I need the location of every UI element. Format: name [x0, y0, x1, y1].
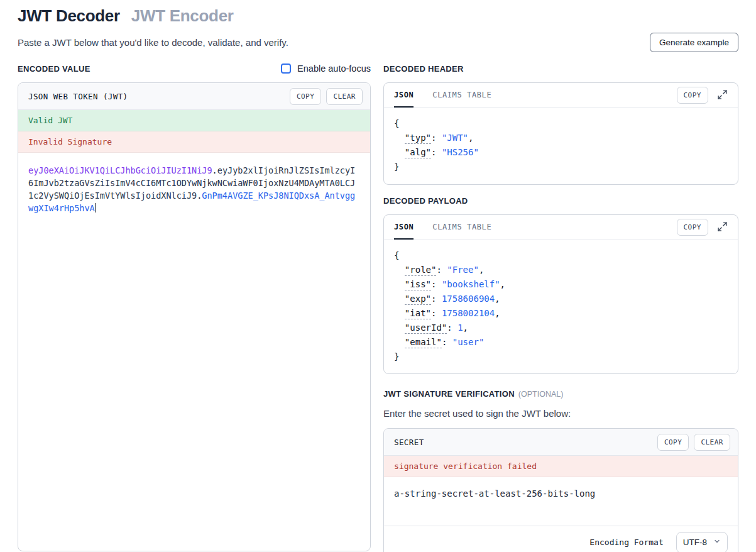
enable-autofocus-control[interactable]: Enable auto-focus [281, 63, 371, 74]
secret-input[interactable]: a-string-secret-at-least-256-bits-long [384, 477, 738, 526]
encoded-token-card: JSON WEB TOKEN (JWT) COPY CLEAR Valid JW… [18, 82, 371, 551]
decoded-payload-label-row: DECODED PAYLOAD [383, 194, 738, 207]
decoded-payload-json: { "role": "Free", "iss": "bookshelf", "e… [384, 240, 738, 372]
mode-tabs: JWT Decoder JWT Encoder [18, 6, 738, 26]
secret-footer: Encoding Format UTF-8 [384, 526, 738, 552]
decoded-payload-tab-json[interactable]: JSON [394, 215, 414, 240]
decoded-header-copy-button[interactable]: COPY [677, 87, 709, 104]
decoded-payload-tab-claims-table[interactable]: CLAIMS TABLE [432, 215, 491, 240]
decoded-header-json: { "typ": "JWT", "alg": "HS256"} [384, 108, 738, 182]
expand-icon [717, 221, 728, 234]
token-card-actions: COPY CLEAR [290, 88, 363, 105]
decoded-header-label-row: DECODED HEADER [383, 62, 738, 75]
secret-card-actions: COPY CLEAR [657, 434, 730, 451]
expand-icon [717, 89, 728, 102]
token-card-title: JSON WEB TOKEN (JWT) [28, 92, 128, 101]
signature-verification-instruction: Enter the secret used to sign the JWT be… [383, 408, 738, 419]
encoding-format-value: UTF-8 [683, 538, 707, 547]
secret-card-title: SECRET [394, 438, 424, 447]
secret-clear-button[interactable]: CLEAR [694, 434, 730, 451]
signature-verification-heading: JWT SIGNATURE VERIFICATION (OPTIONAL) [383, 389, 738, 399]
encoded-value-section: ENCODED VALUE Enable auto-focus JSON WEB… [18, 62, 371, 552]
autofocus-checkbox[interactable] [281, 63, 291, 74]
secret-card: SECRET COPY CLEAR signature verification… [383, 428, 738, 552]
valid-jwt-status-text: Valid JWT [28, 116, 72, 125]
decoded-section: DECODED HEADER JSON CLAIMS TABLE COPY [383, 62, 738, 552]
decoded-payload-tabs: JSON CLAIMS TABLE [384, 215, 491, 240]
signature-verification-status: signature verification failed [384, 456, 738, 477]
token-clear-button[interactable]: CLEAR [326, 88, 363, 105]
secret-card-head: SECRET COPY CLEAR [384, 429, 738, 456]
page-subtitle: Paste a JWT below that you'd like to dec… [18, 37, 288, 48]
tab-jwt-encoder[interactable]: JWT Encoder [131, 6, 234, 26]
secret-copy-button[interactable]: COPY [657, 434, 689, 451]
decoded-payload-copy-button[interactable]: COPY [677, 219, 709, 236]
subtitle-row: Paste a JWT below that you'd like to dec… [18, 32, 738, 52]
token-card-head: JSON WEB TOKEN (JWT) COPY CLEAR [18, 83, 370, 110]
page-header: JWT Decoder JWT Encoder Paste a JWT belo… [18, 6, 738, 52]
encoding-format-label: Encoding Format [589, 538, 663, 547]
token-copy-button[interactable]: COPY [290, 88, 322, 105]
signature-verification-optional: (OPTIONAL) [518, 390, 564, 399]
valid-jwt-status: Valid JWT [18, 110, 370, 131]
decoded-header-label: DECODED HEADER [383, 64, 464, 74]
autofocus-label: Enable auto-focus [297, 63, 371, 74]
decoded-header-tabs: JSON CLAIMS TABLE [384, 83, 491, 108]
decoded-header-actions: COPY [677, 87, 730, 104]
encoded-value-header-row: ENCODED VALUE Enable auto-focus [18, 62, 371, 75]
jwt-decoder-app: JWT Decoder JWT Encoder Paste a JWT belo… [0, 0, 756, 552]
decoded-payload-label: DECODED PAYLOAD [383, 196, 468, 206]
invalid-signature-status: Invalid Signature [18, 131, 370, 153]
decoded-header-expand-button[interactable] [716, 88, 729, 103]
decoded-header-tab-claims-table[interactable]: CLAIMS TABLE [432, 83, 491, 108]
invalid-signature-status-text: Invalid Signature [28, 137, 112, 146]
jwt-token-input[interactable]: eyJ0eXAiOiJKV1QiLCJhbGciOiJIUzI1NiJ9.eyJ… [18, 153, 370, 551]
decoded-payload-tab-bar: JSON CLAIMS TABLE COPY [384, 215, 738, 240]
chevron-down-icon [713, 538, 721, 547]
main-content: ENCODED VALUE Enable auto-focus JSON WEB… [18, 62, 738, 552]
encoding-format-select[interactable]: UTF-8 [676, 532, 728, 552]
text-caret [95, 203, 96, 213]
decoded-header-card: JSON CLAIMS TABLE COPY { "typ": "JWT", "… [383, 82, 738, 185]
generate-example-button[interactable]: Generate example [650, 33, 738, 52]
tab-jwt-decoder[interactable]: JWT Decoder [18, 6, 120, 26]
token-header-segment: eyJ0eXAiOiJKV1QiLCJhbGciOiJIUzI1NiJ9 [28, 165, 212, 175]
decoded-payload-card: JSON CLAIMS TABLE COPY { "role": "Free",… [383, 214, 738, 374]
encoded-value-label: ENCODED VALUE [18, 64, 90, 74]
decoded-payload-expand-button[interactable] [716, 220, 729, 235]
token-dot-segment: . [212, 165, 217, 175]
decoded-header-tab-bar: JSON CLAIMS TABLE COPY [384, 83, 738, 108]
signature-verification-title: JWT SIGNATURE VERIFICATION [383, 389, 515, 399]
decoded-header-tab-json[interactable]: JSON [394, 83, 414, 108]
decoded-payload-actions: COPY [677, 219, 730, 236]
signature-verification-status-text: signature verification failed [394, 461, 537, 471]
